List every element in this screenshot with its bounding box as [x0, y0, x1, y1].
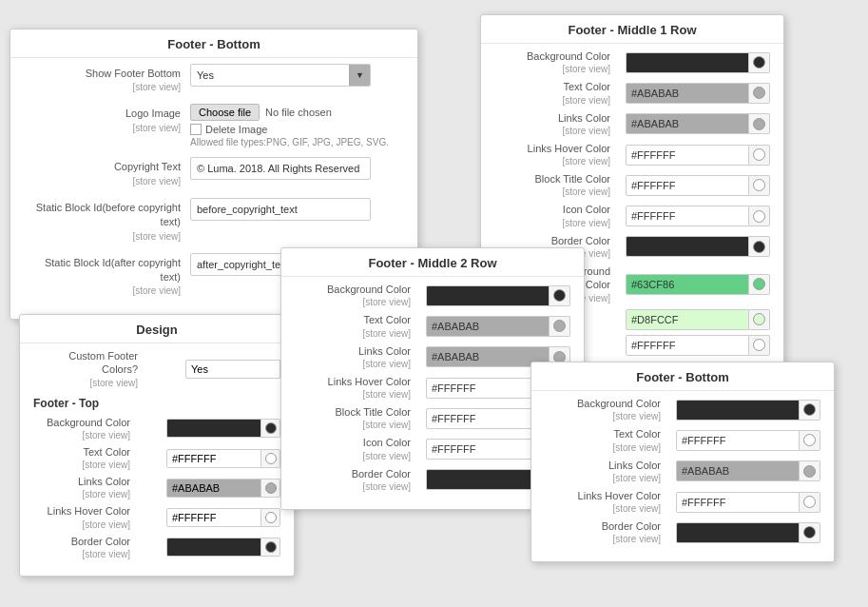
color-label: Text Color[store view]: [545, 427, 668, 453]
color-label: Block Title Color[store view]: [494, 172, 618, 198]
logo-image-control: Choose file No file chosen Delete Image …: [190, 104, 404, 147]
color-swatch-button[interactable]: [749, 113, 770, 134]
footer-bottom-right-panel: Footer - Bottom Background Color[store v…: [530, 362, 835, 562]
design-color-input: #ABABAB: [166, 479, 280, 498]
color-input-box[interactable]: #FFFFFF: [626, 206, 749, 226]
design-panel: Design Custom Footer Colors? [store view…: [19, 314, 295, 577]
design-input-box[interactable]: #FFFFFF: [166, 508, 261, 527]
copyright-text-input[interactable]: [190, 157, 371, 180]
swatch-circle-icon: [803, 496, 816, 508]
swatch-circle-icon: [265, 482, 277, 494]
design-swatch-button[interactable]: [261, 508, 280, 527]
design-swatch-button[interactable]: [261, 479, 280, 498]
swatch-circle-icon: [753, 56, 765, 69]
color-swatch-button[interactable]: [749, 335, 770, 356]
swatch-circle-icon: [753, 87, 765, 99]
color-swatch-button[interactable]: [749, 145, 770, 166]
color-row: Links Color[store view]#ABABAB: [295, 344, 570, 370]
color-row: Text Color[store view]#FFFFFF: [545, 427, 820, 453]
select-arrow-icon: ▼: [349, 64, 370, 87]
show-footer-bottom-label: Show Footer Bottom [store view]: [24, 64, 190, 94]
design-color-label: Links Hover Color[store view]: [33, 504, 138, 530]
color-label: Border Color[store view]: [295, 467, 418, 493]
swatch-circle-icon: [265, 512, 277, 523]
color-swatch-button[interactable]: [800, 400, 820, 421]
color-row: Background Color[store view]: [295, 283, 570, 308]
color-input-group: #FFFFFF: [626, 335, 770, 356]
color-label: Icon Color[store view]: [494, 203, 618, 228]
color-input-box[interactable]: #FFFFFF: [626, 145, 749, 166]
swatch-circle-icon: [753, 179, 765, 191]
color-swatch-button[interactable]: [800, 430, 820, 451]
color-swatch-button[interactable]: [749, 206, 770, 226]
color-input-group: [676, 522, 820, 543]
color-input-box[interactable]: #FFFFFF: [676, 492, 800, 513]
design-swatch-button[interactable]: [261, 449, 280, 468]
design-input-box[interactable]: [166, 419, 261, 438]
design-swatch-button[interactable]: [261, 419, 280, 438]
color-label: Background Color[store view]: [494, 49, 618, 75]
color-input-group: #ABABAB: [426, 316, 570, 337]
color-input-box[interactable]: #ABABAB: [626, 83, 749, 104]
color-swatch-button[interactable]: [800, 492, 820, 513]
color-swatch-button[interactable]: [749, 309, 770, 330]
color-input-box[interactable]: [626, 236, 749, 257]
color-swatch-button[interactable]: [800, 522, 820, 543]
color-swatch-button[interactable]: [800, 460, 820, 481]
color-input-box[interactable]: #ABABAB: [626, 113, 749, 134]
color-label: Links Hover Color[store view]: [545, 489, 668, 515]
color-input-box[interactable]: [426, 285, 550, 306]
show-footer-select[interactable]: Yes ▼: [190, 64, 371, 87]
color-input-group: [426, 285, 570, 306]
delete-image-checkbox[interactable]: [190, 124, 202, 135]
color-swatch-button[interactable]: [550, 316, 570, 337]
color-row: Icon Color[store view]#FFFFFF: [295, 436, 570, 461]
swatch-circle-icon: [553, 320, 566, 332]
color-swatch-button[interactable]: [749, 52, 770, 73]
color-swatch-button[interactable]: [749, 83, 770, 104]
color-input-box[interactable]: #63CF86: [626, 274, 749, 295]
color-input-box[interactable]: #D8FCCF: [626, 309, 749, 330]
show-footer-bottom-row: Show Footer Bottom [store view] Yes ▼: [24, 64, 404, 94]
color-input-box[interactable]: #FFFFFF: [626, 175, 749, 196]
color-swatch-button[interactable]: [550, 285, 570, 306]
footer-mid1-title: Footer - Middle 1 Row: [481, 15, 783, 44]
design-color-row: Text Color[store view]#FFFFFF: [33, 445, 280, 471]
design-input-box[interactable]: #ABABAB: [166, 479, 261, 498]
choose-file-button[interactable]: Choose file: [190, 104, 260, 121]
static-before-input[interactable]: [190, 198, 371, 221]
color-input-box[interactable]: #ABABAB: [426, 316, 550, 337]
color-row: Links Color[store view]#ABABAB: [494, 111, 770, 137]
color-row: Border Color[store view]: [295, 467, 570, 493]
copyright-text-label: Copyright Text [store view]: [24, 157, 190, 187]
design-color-label: Background Color[store view]: [33, 416, 138, 441]
design-input-box[interactable]: [166, 538, 261, 557]
color-input-box[interactable]: #FFFFFF: [676, 430, 800, 451]
color-label: Links Color[store view]: [494, 111, 618, 137]
swatch-circle-icon: [753, 148, 765, 161]
custom-footer-row: Custom Footer Colors? [store view] Yes: [33, 349, 280, 389]
color-swatch-button[interactable]: [749, 236, 770, 257]
color-swatch-button[interactable]: [749, 175, 770, 196]
color-input-box[interactable]: #ABABAB: [676, 460, 800, 481]
color-input-group: #ABABAB: [626, 83, 770, 104]
color-input-group: #63CF86: [626, 274, 770, 295]
color-label: Text Color[store view]: [494, 80, 618, 106]
custom-footer-select[interactable]: Yes: [185, 360, 280, 379]
color-input-box[interactable]: [676, 400, 800, 421]
color-input-box[interactable]: [626, 52, 749, 73]
color-input-box[interactable]: [676, 522, 800, 543]
color-input-group: #ABABAB: [626, 113, 770, 134]
color-row: Border Color[store view]: [545, 519, 820, 545]
color-swatch-button[interactable]: [749, 274, 770, 295]
swatch-circle-icon: [553, 289, 566, 302]
design-color-row: Links Hover Color[store view]#FFFFFF: [33, 504, 280, 530]
color-row: Background Color[store view]: [545, 397, 820, 422]
swatch-circle-icon: [753, 313, 765, 325]
design-swatch-button[interactable]: [261, 538, 280, 557]
color-input-box[interactable]: #FFFFFF: [626, 335, 749, 356]
color-row: Block Title Color[store view]#FFFFFF: [295, 405, 570, 431]
logo-image-row: Logo Image [store view] Choose file No f…: [24, 104, 404, 147]
design-color-rows: Background Color[store view]Text Color[s…: [33, 416, 280, 560]
design-input-box[interactable]: #FFFFFF: [166, 449, 261, 468]
